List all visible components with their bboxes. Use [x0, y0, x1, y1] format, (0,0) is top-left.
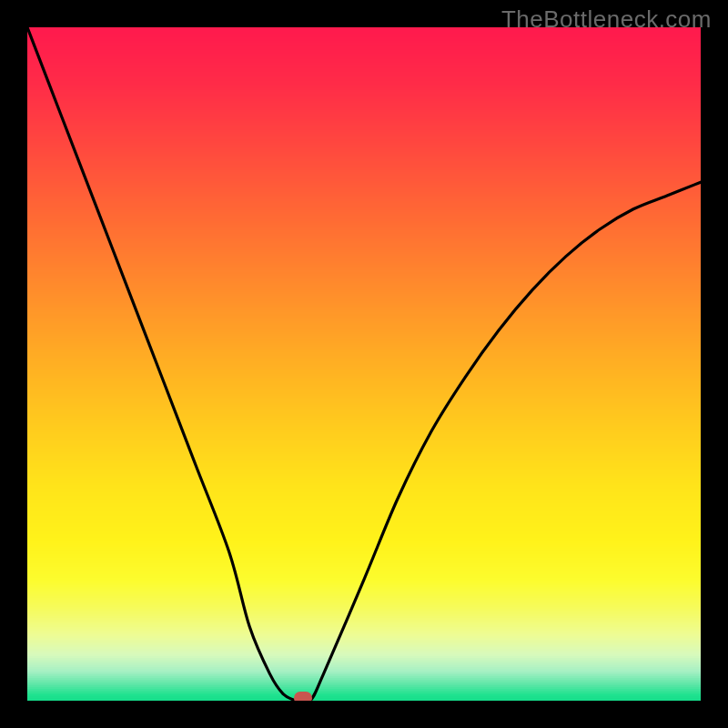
optimal-point-marker: [294, 692, 312, 701]
chart-frame: TheBottleneck.com: [0, 0, 728, 728]
plot-area: [27, 27, 701, 701]
bottleneck-curve: [27, 27, 701, 701]
watermark-text: TheBottleneck.com: [501, 5, 712, 34]
